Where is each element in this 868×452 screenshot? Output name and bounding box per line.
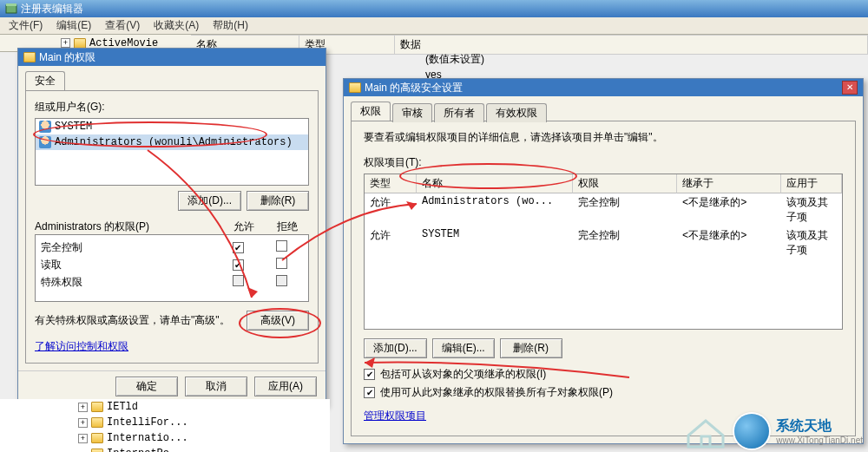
col-allow: 允许: [222, 219, 266, 234]
cancel-button[interactable]: 取消: [185, 377, 247, 396]
folder-icon: [91, 402, 103, 412]
checkbox[interactable]: [276, 240, 287, 252]
add-button[interactable]: 添加(D)...: [364, 338, 427, 358]
app-titlebar: 注册表编辑器: [0, 0, 868, 17]
group-users-label: 组或用户名(G):: [35, 100, 309, 115]
manage-link[interactable]: 管理权限项目: [364, 409, 426, 423]
close-icon[interactable]: ✕: [842, 81, 858, 95]
value-not-set: (数值未设置): [399, 52, 484, 67]
tab-audit[interactable]: 审核: [392, 103, 432, 122]
watermark-logo: 系统天地 www.XiTongTianDi.net: [684, 414, 863, 449]
perm-items-table[interactable]: 类型 名称 权限 继承于 应用于 允许 Administrators (wo..…: [364, 174, 843, 330]
tree-node[interactable]: +IntelliFor...: [0, 415, 330, 430]
perm-for-label: Administrators 的权限(P): [35, 219, 222, 234]
logo-badge-icon: [734, 414, 769, 449]
adv-intro: 要查看或编辑权限项目的详细信息，请选择该项目并单击"编辑"。: [364, 130, 843, 145]
folder-icon: [349, 82, 361, 93]
tree-expand-icon[interactable]: +: [61, 38, 70, 48]
th-apply[interactable]: 应用于: [781, 174, 842, 193]
perm-grid: 完全控制 ✔ 读取 ✔ 特殊权限: [35, 234, 309, 302]
perm-read: 读取: [41, 258, 216, 272]
menu-favorites[interactable]: 收藏夹(A): [154, 18, 199, 33]
permissions-titlebar[interactable]: Main 的权限: [18, 49, 326, 66]
tree-node[interactable]: +Internatio...: [0, 430, 330, 446]
th-perm[interactable]: 权限: [573, 174, 677, 193]
col-data[interactable]: 数据: [395, 36, 868, 54]
checkbox[interactable]: ✔: [233, 259, 244, 271]
cb-inherit-label: 包括可从该对象的父项继承的权限(I): [380, 367, 546, 382]
folder-icon: [23, 52, 36, 62]
tree-fragment: +IETld +IntelliFor... +Internatio... Int…: [0, 399, 330, 452]
folder-icon: [91, 449, 103, 452]
edit-button[interactable]: 编辑(E)...: [432, 338, 495, 358]
special-note: 有关特殊权限或高级设置，请单击"高级"。: [35, 313, 240, 328]
regedit-icon: [5, 3, 17, 15]
tab-owner[interactable]: 所有者: [434, 103, 484, 122]
permissions-dialog: Main 的权限 安全 组或用户名(G): SYSTEM Administrat…: [17, 48, 326, 406]
data-area: (数值未设置) yes: [399, 52, 484, 81]
menu-file[interactable]: 文件(F): [9, 18, 43, 33]
menu-help[interactable]: 帮助(H): [213, 18, 248, 33]
group-icon: [39, 136, 51, 148]
remove-button[interactable]: 删除(R): [500, 338, 562, 358]
tree-expand-icon[interactable]: +: [78, 434, 88, 443]
help-link[interactable]: 了解访问控制和权限: [35, 339, 128, 354]
perm-full-control: 完全控制: [41, 240, 216, 255]
advanced-button[interactable]: 高级(V): [247, 311, 309, 331]
menu-edit[interactable]: 编辑(E): [56, 18, 91, 33]
perm-items-label: 权限项目(T):: [364, 155, 843, 170]
tab-effective[interactable]: 有效权限: [486, 103, 547, 122]
advanced-security-dialog: Main 的高级安全设置 ✕ 权限 审核 所有者 有效权限 要查看或编辑权限项目…: [343, 78, 864, 444]
perm-special: 特殊权限: [41, 275, 216, 290]
tree-expand-icon[interactable]: +: [78, 418, 88, 428]
tab-security[interactable]: 安全: [25, 71, 65, 90]
user-icon: [39, 121, 51, 133]
folder-icon: [74, 38, 86, 49]
th-name[interactable]: 名称: [417, 174, 573, 193]
svg-rect-1: [6, 3, 16, 6]
checkbox[interactable]: [276, 258, 287, 269]
checkbox[interactable]: ✔: [364, 369, 375, 380]
checkbox[interactable]: ✔: [364, 387, 375, 398]
group-users-list[interactable]: SYSTEM Administrators (wonuli\Administra…: [35, 118, 309, 186]
apply-button[interactable]: 应用(A): [254, 377, 317, 396]
checkbox[interactable]: [276, 275, 287, 286]
tree-node[interactable]: InternetRe...: [0, 446, 330, 452]
checkbox[interactable]: ✔: [233, 242, 244, 253]
remove-button[interactable]: 删除(R): [247, 191, 309, 211]
adv-title: Main 的高级安全设置: [365, 79, 463, 96]
checkbox[interactable]: [233, 275, 244, 286]
svg-rect-0: [6, 5, 16, 13]
ok-button[interactable]: 确定: [115, 377, 178, 396]
th-inherit[interactable]: 继承于: [677, 174, 781, 193]
permissions-title: Main 的权限: [39, 49, 95, 66]
th-type[interactable]: 类型: [365, 174, 417, 193]
folder-icon: [91, 417, 103, 428]
adv-titlebar[interactable]: Main 的高级安全设置 ✕: [344, 79, 863, 96]
app-title: 注册表编辑器: [21, 0, 83, 17]
col-deny: 拒绝: [266, 219, 309, 234]
tab-permissions[interactable]: 权限: [351, 102, 391, 121]
add-button[interactable]: 添加(D)...: [178, 191, 241, 211]
menubar: 文件(F) 编辑(E) 查看(V) 收藏夹(A) 帮助(H): [0, 17, 868, 35]
table-row[interactable]: 允许 Administrators (wo... 完全控制 <不是继承的> 该项…: [365, 193, 842, 226]
house-icon: [684, 414, 727, 449]
list-item[interactable]: Administrators (wonuli\Administrators): [36, 134, 308, 150]
logo-text: 系统天地: [776, 417, 863, 436]
menu-view[interactable]: 查看(V): [105, 18, 140, 33]
folder-icon: [91, 433, 103, 443]
tree-expand-icon[interactable]: +: [78, 403, 88, 412]
cb-replace-label: 使用可从此对象继承的权限替换所有子对象权限(P): [380, 385, 613, 400]
list-item[interactable]: SYSTEM: [36, 119, 308, 134]
logo-url: www.XiTongTianDi.net: [776, 436, 863, 445]
tree-node[interactable]: +IETld: [0, 399, 330, 415]
table-row[interactable]: 允许 SYSTEM 完全控制 <不是继承的> 该项及其子项: [365, 226, 842, 259]
